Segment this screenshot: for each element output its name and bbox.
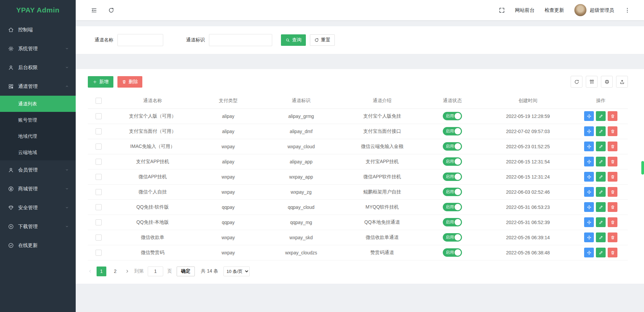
sidebar-subitem-region-agent[interactable]: 地域代理: [0, 128, 76, 144]
sidebar-subitem-cloud-region[interactable]: 云端地域: [0, 144, 76, 160]
export-button[interactable]: [616, 76, 628, 88]
sidebar-item-update[interactable]: 在线更新: [0, 236, 76, 255]
edit-button[interactable]: [596, 111, 606, 121]
move-button[interactable]: [584, 142, 594, 151]
edit-button[interactable]: [596, 202, 606, 212]
delete-row-button[interactable]: [608, 126, 617, 136]
status-toggle[interactable]: 启用: [443, 248, 462, 257]
fullscreen-icon[interactable]: [499, 7, 505, 13]
topbar-right: 网站前台 检查更新 超级管理员: [499, 4, 631, 16]
move-button[interactable]: [584, 111, 594, 121]
print-button[interactable]: [601, 76, 613, 88]
refresh-icon[interactable]: [108, 7, 114, 13]
sidebar-item-auth[interactable]: 后台权限: [0, 58, 76, 77]
delete-row-button[interactable]: [608, 248, 617, 257]
row-checkbox[interactable]: [96, 235, 102, 241]
edit-button[interactable]: [596, 157, 606, 166]
status-toggle[interactable]: 启用: [443, 233, 462, 242]
add-button[interactable]: 新增: [88, 76, 113, 88]
delete-row-button[interactable]: [608, 202, 617, 212]
move-button[interactable]: [584, 172, 594, 182]
per-page-select[interactable]: 10 条/页: [223, 267, 250, 276]
sidebar-item-mall[interactable]: 商城管理: [0, 179, 76, 198]
move-button[interactable]: [584, 187, 594, 197]
delete-row-button[interactable]: [608, 157, 617, 166]
row-checkbox[interactable]: [96, 219, 102, 225]
move-button[interactable]: [584, 217, 594, 227]
status-toggle[interactable]: 启用: [443, 157, 462, 166]
page-number-1[interactable]: 1: [97, 267, 106, 276]
delete-row-button[interactable]: [608, 217, 617, 227]
page-number-2[interactable]: 2: [110, 267, 120, 276]
edit-button[interactable]: [596, 248, 606, 257]
channel-ident-cell: wxpay_skd: [261, 230, 342, 245]
reset-button[interactable]: 重置: [310, 34, 335, 46]
check-update-link[interactable]: 检查更新: [545, 7, 564, 13]
search-icon: [285, 38, 290, 42]
sidebar-subitem-account[interactable]: 账号管理: [0, 112, 76, 128]
move-button[interactable]: [584, 126, 594, 136]
column-header: 通道名称: [109, 93, 196, 108]
channel-name-cell: QQ免挂-本地版: [109, 215, 196, 230]
status-toggle[interactable]: 启用: [443, 173, 462, 181]
delete-row-button[interactable]: [608, 232, 617, 242]
delete-row-button[interactable]: [608, 187, 617, 197]
status-toggle[interactable]: 启用: [443, 127, 462, 135]
sidebar-item-download[interactable]: 下载管理: [0, 217, 76, 236]
status-toggle[interactable]: 启用: [443, 142, 462, 151]
move-button[interactable]: [584, 202, 594, 212]
channel-name-input[interactable]: [117, 34, 163, 46]
query-button[interactable]: 查询: [281, 34, 306, 46]
status-toggle[interactable]: 启用: [443, 218, 462, 226]
goto-page-input[interactable]: [148, 267, 163, 276]
sidebar-item-label: 后台权限: [18, 64, 38, 71]
edit-button[interactable]: [596, 172, 606, 182]
trash-icon: [122, 80, 127, 84]
edit-button[interactable]: [596, 217, 606, 227]
delete-row-button[interactable]: [608, 111, 617, 121]
more-vertical-icon[interactable]: [624, 7, 631, 13]
delete-row-button[interactable]: [608, 142, 617, 151]
move-button[interactable]: [584, 248, 594, 257]
scrollbar-thumb[interactable]: [641, 161, 644, 175]
row-checkbox[interactable]: [96, 204, 102, 210]
delete-row-button[interactable]: [608, 172, 617, 182]
pay-type-cell: alipay: [196, 124, 261, 139]
columns-button[interactable]: [586, 76, 598, 88]
sidebar-item-system[interactable]: 系统管理: [0, 39, 76, 58]
row-checkbox[interactable]: [96, 174, 102, 180]
delete-button[interactable]: 删除: [117, 76, 142, 88]
collapse-menu-icon[interactable]: [91, 7, 97, 13]
select-all-checkbox[interactable]: [96, 98, 102, 104]
status-toggle[interactable]: 启用: [443, 188, 462, 196]
row-checkbox[interactable]: [96, 128, 102, 134]
row-checkbox[interactable]: [96, 113, 102, 119]
sidebar-subitem-channel-list[interactable]: 通道列表: [0, 96, 76, 112]
user-menu[interactable]: 超级管理员: [574, 4, 614, 16]
status-toggle[interactable]: 启用: [443, 203, 462, 211]
next-page-icon[interactable]: [125, 269, 130, 274]
row-checkbox[interactable]: [96, 144, 102, 150]
site-front-link[interactable]: 网站前台: [515, 7, 535, 13]
edit-button[interactable]: [596, 232, 606, 242]
sidebar-item-security[interactable]: 安全管理: [0, 198, 76, 217]
edit-button[interactable]: [596, 187, 606, 197]
row-checkbox[interactable]: [96, 250, 102, 256]
row-checkbox[interactable]: [96, 189, 102, 195]
sidebar-item-member[interactable]: 会员管理: [0, 160, 76, 179]
move-icon: [587, 250, 592, 255]
move-button[interactable]: [584, 157, 594, 166]
sidebar-item-channel[interactable]: 通道管理: [0, 77, 76, 96]
status-toggle[interactable]: 启用: [443, 112, 462, 120]
edit-button[interactable]: [596, 142, 606, 151]
sidebar-item-console[interactable]: 控制端: [0, 20, 76, 39]
row-checkbox[interactable]: [96, 159, 102, 165]
move-button[interactable]: [584, 232, 594, 242]
prev-page-icon[interactable]: [88, 269, 93, 274]
confirm-button[interactable]: 确定: [177, 267, 195, 276]
edit-button[interactable]: [596, 126, 606, 136]
refresh-button[interactable]: [571, 76, 582, 88]
channel-intro-cell: 微信云端免输入金额: [342, 139, 423, 154]
channel-ident-input[interactable]: [209, 34, 272, 46]
row-actions-cell: [574, 154, 628, 169]
